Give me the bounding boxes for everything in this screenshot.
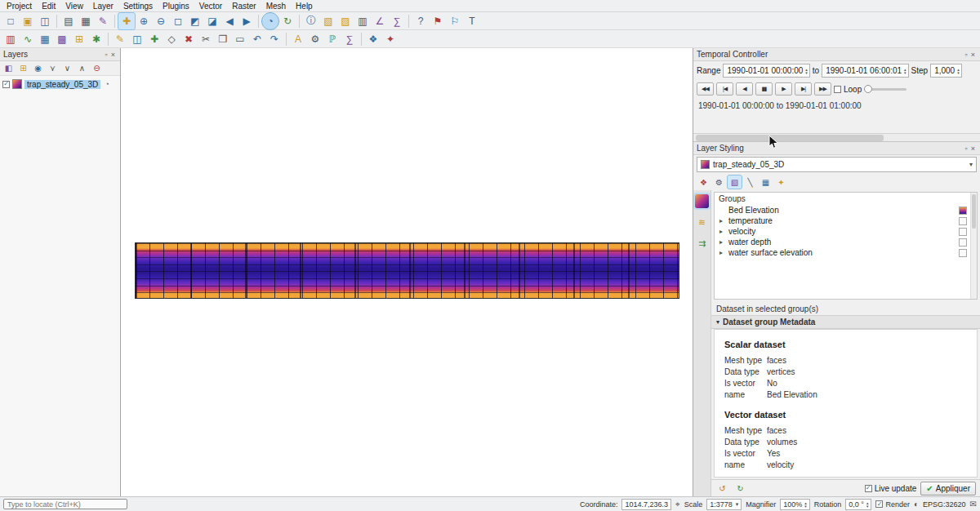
play-button[interactable]: ▶ bbox=[775, 82, 792, 96]
group-label[interactable]: water surface elevation bbox=[728, 248, 957, 257]
map-tips-icon[interactable]: ? bbox=[412, 13, 429, 29]
spinner-arrows-icon[interactable]: ▴▾ bbox=[804, 501, 807, 508]
step-input[interactable]: 1,000 ▴▾ bbox=[930, 64, 962, 78]
side-tab-arrows-icon[interactable]: ⇉ bbox=[695, 237, 709, 251]
new-bookmark-icon[interactable]: ⚑ bbox=[430, 13, 446, 29]
scalar-toggle-icon[interactable] bbox=[959, 228, 967, 236]
delete-selected-icon[interactable]: ✖ bbox=[180, 31, 197, 47]
scalar-toggle-icon[interactable] bbox=[959, 249, 967, 257]
tab-contours-icon[interactable]: ╲ bbox=[743, 176, 757, 189]
pan-map-icon[interactable]: ✚ bbox=[118, 13, 135, 29]
zoom-last-icon[interactable]: ◀ bbox=[221, 13, 238, 29]
processing-toolbox-icon[interactable]: ⚙ bbox=[307, 31, 323, 47]
metadata-collapsible-header[interactable]: ▾ Dataset group Metadata bbox=[711, 315, 980, 329]
auto-apply-icon[interactable]: ↻ bbox=[733, 482, 747, 495]
loop-checkbox[interactable]: Loop bbox=[834, 85, 862, 94]
filter-legend-icon[interactable]: ⋎ bbox=[46, 62, 60, 75]
spinner-arrows-icon[interactable]: ▴▾ bbox=[805, 68, 808, 74]
tab-attributes-icon[interactable]: ❖ bbox=[697, 176, 710, 189]
fast-rewind-button[interactable]: ◀◀ bbox=[697, 82, 714, 96]
copy-features-icon[interactable]: ❐ bbox=[215, 31, 231, 47]
map-canvas[interactable] bbox=[121, 48, 693, 496]
deselect-features-icon[interactable]: ▨ bbox=[337, 13, 354, 29]
frame-back-button[interactable]: ◀ bbox=[736, 82, 753, 96]
group-label[interactable]: water depth bbox=[728, 238, 957, 247]
extents-toggle-icon[interactable]: ⌖ bbox=[675, 500, 680, 509]
menu-plugins[interactable]: Plugins bbox=[158, 2, 194, 11]
layer-row[interactable]: ✓ trap_steady_05_3D ◔ bbox=[0, 78, 120, 91]
rotation-spinbox[interactable]: 0,0 ° ▴▾ bbox=[845, 499, 871, 510]
add-group-icon[interactable]: ⊞ bbox=[16, 62, 30, 75]
menu-mesh[interactable]: Mesh bbox=[261, 2, 291, 11]
crs-globe-icon[interactable]: ◐ bbox=[914, 500, 919, 509]
text-annotation-icon[interactable]: T bbox=[464, 13, 480, 29]
plugin-manager-icon[interactable]: ❖ bbox=[365, 31, 381, 47]
new-print-layout-icon[interactable]: ▤ bbox=[60, 13, 77, 29]
add-raster-layer-icon[interactable]: ▦ bbox=[37, 31, 53, 47]
tab-mesh-frame-icon[interactable]: ▦ bbox=[759, 176, 773, 189]
scalar-toggle-icon[interactable] bbox=[959, 217, 967, 225]
group-row-water-depth[interactable]: ▸ water depth bbox=[715, 237, 977, 247]
temporal-controller-icon[interactable]: ◔ bbox=[262, 13, 278, 29]
menu-layer[interactable]: Layer bbox=[88, 2, 118, 11]
statistics-summary-icon[interactable]: ∑ bbox=[389, 13, 405, 29]
skip-to-end-button[interactable]: ▶| bbox=[795, 82, 812, 96]
horizontal-scrollbar[interactable] bbox=[693, 133, 980, 142]
vertical-scrollbar-thumb[interactable] bbox=[972, 194, 976, 229]
tab-datasets-icon[interactable]: ▧ bbox=[728, 176, 742, 189]
expand-all-icon[interactable]: ∨ bbox=[60, 62, 74, 75]
python-console-icon[interactable]: ℙ bbox=[324, 31, 341, 47]
zoom-in-icon[interactable]: ⊕ bbox=[136, 13, 152, 29]
metasearch-icon[interactable]: ✦ bbox=[382, 31, 399, 47]
layout-manager-icon[interactable]: ▦ bbox=[78, 13, 94, 29]
live-update-checkbox[interactable]: ✓ Live update bbox=[865, 484, 917, 493]
new-project-icon[interactable]: □ bbox=[2, 13, 19, 29]
paste-features-icon[interactable]: ▭ bbox=[232, 31, 248, 47]
spinner-arrows-icon[interactable]: ▴▾ bbox=[957, 68, 960, 74]
pause-button[interactable]: ▮▮ bbox=[755, 82, 773, 96]
data-source-manager-icon[interactable]: ▥ bbox=[2, 31, 19, 47]
show-bookmarks-icon[interactable]: ⚐ bbox=[447, 13, 463, 29]
open-project-icon[interactable]: ▣ bbox=[20, 13, 36, 29]
menu-view[interactable]: View bbox=[60, 2, 88, 11]
fast-forward-button[interactable]: ▶▶ bbox=[814, 82, 831, 96]
magnifier-spinbox[interactable]: 100% ▴▾ bbox=[780, 499, 810, 510]
menu-project[interactable]: Project bbox=[2, 2, 37, 11]
tree-arrow-icon[interactable]: ▸ bbox=[719, 228, 727, 235]
live-update-checkbox-box[interactable]: ✓ bbox=[865, 485, 872, 492]
tree-arrow-icon[interactable]: ▸ bbox=[719, 238, 727, 246]
style-manager-icon[interactable]: ✎ bbox=[95, 13, 111, 29]
refresh-map-icon[interactable]: ↻ bbox=[279, 13, 296, 29]
tree-arrow-icon[interactable]: ▸ bbox=[719, 217, 727, 224]
range-start-input[interactable]: 1990-01-01 00:00:00 ▴▾ bbox=[723, 64, 809, 78]
tree-arrow-icon[interactable]: ▸ bbox=[719, 249, 727, 256]
group-label[interactable]: velocity bbox=[728, 227, 957, 236]
range-end-input[interactable]: 1990-01-01 06:00:01 ▴▾ bbox=[822, 64, 908, 78]
add-feature-icon[interactable]: ✚ bbox=[146, 31, 163, 47]
tab-settings-icon[interactable]: ⚙ bbox=[712, 176, 726, 189]
tab-3d-icon[interactable]: ✦ bbox=[774, 176, 788, 189]
panel-float-icon[interactable]: ▫ bbox=[964, 144, 969, 153]
group-label[interactable]: temperature bbox=[728, 216, 957, 225]
mesh-calculator-icon[interactable]: ∑ bbox=[341, 31, 358, 47]
panel-close-icon[interactable]: × bbox=[969, 51, 977, 59]
add-vector-layer-icon[interactable]: ∿ bbox=[20, 31, 36, 47]
zoom-next-icon[interactable]: ▶ bbox=[238, 13, 255, 29]
zoom-to-selection-icon[interactable]: ◩ bbox=[187, 13, 203, 29]
new-shapefile-layer-icon[interactable]: ✱ bbox=[88, 31, 105, 47]
style-history-icon[interactable]: ↺ bbox=[715, 482, 729, 495]
temporal-slider[interactable] bbox=[864, 88, 906, 91]
toggle-editing-icon[interactable]: ✎ bbox=[112, 31, 128, 47]
horizontal-scrollbar-thumb[interactable] bbox=[696, 135, 884, 141]
zoom-out-icon[interactable]: ⊖ bbox=[153, 13, 169, 29]
styling-layer-selector[interactable]: trap_steady_05_3D ▾ bbox=[697, 157, 977, 172]
skip-to-start-button[interactable]: |◀ bbox=[716, 82, 733, 96]
manage-map-themes-icon[interactable]: ◉ bbox=[31, 62, 45, 75]
spinner-arrows-icon[interactable]: ▴▾ bbox=[866, 501, 869, 508]
add-delimited-text-layer-icon[interactable]: ⊞ bbox=[71, 31, 87, 47]
select-features-icon[interactable]: ▧ bbox=[320, 13, 336, 29]
collapse-all-icon[interactable]: ∧ bbox=[75, 62, 89, 75]
layer-labeling-icon[interactable]: A bbox=[290, 31, 306, 47]
save-project-icon[interactable]: ◫ bbox=[37, 13, 53, 29]
zoom-to-layer-icon[interactable]: ◪ bbox=[204, 13, 220, 29]
